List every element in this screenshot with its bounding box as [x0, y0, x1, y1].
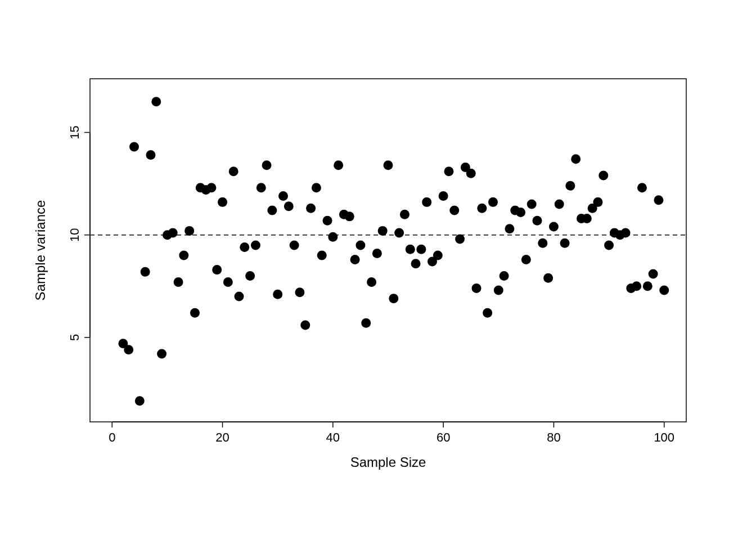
data-point [527, 200, 537, 209]
data-point [604, 240, 614, 250]
y-tick-label: 5 [68, 334, 82, 341]
data-point [262, 160, 272, 170]
y-tick-label: 10 [68, 228, 82, 241]
data-point [190, 308, 200, 318]
data-point [323, 216, 332, 226]
data-point [494, 286, 503, 295]
chart-container: 02040608010051015Sample SizeSample varia… [0, 0, 756, 540]
data-point [422, 197, 431, 207]
data-point [533, 216, 542, 226]
data-point [466, 169, 476, 178]
data-point [649, 269, 658, 278]
data-point [206, 183, 216, 192]
x-tick-label: 100 [654, 430, 674, 444]
data-point [472, 284, 482, 293]
data-point [406, 245, 415, 254]
x-axis-label: Sample Size [350, 454, 426, 470]
data-point [543, 273, 553, 283]
data-point [212, 265, 222, 274]
data-point [565, 181, 575, 191]
data-point [477, 204, 487, 213]
data-point [433, 251, 443, 260]
data-point [582, 214, 592, 223]
data-point [129, 142, 139, 151]
data-point [184, 226, 194, 236]
data-point [229, 166, 238, 176]
scatter-plot: 02040608010051015Sample SizeSample varia… [0, 0, 756, 540]
data-point [267, 205, 277, 215]
data-point [549, 222, 559, 232]
data-point [621, 228, 631, 238]
data-point [124, 345, 133, 354]
data-point [345, 212, 354, 221]
data-point [500, 271, 509, 281]
x-tick-label: 80 [547, 430, 560, 444]
data-point [235, 291, 244, 301]
data-point [251, 240, 260, 250]
data-point [593, 197, 602, 207]
data-point [637, 183, 647, 192]
data-point [146, 150, 155, 160]
data-point [483, 308, 492, 318]
data-point [223, 277, 233, 287]
data-point [521, 255, 531, 264]
data-point [157, 349, 166, 359]
data-point [361, 318, 371, 328]
data-point [654, 195, 663, 205]
data-point [168, 228, 178, 238]
data-point [444, 166, 453, 176]
data-point [174, 277, 183, 287]
data-point [356, 240, 365, 250]
plot-border [90, 79, 686, 422]
data-point [135, 396, 145, 406]
data-point [389, 294, 398, 303]
data-point [560, 238, 570, 248]
x-tick-label: 40 [326, 430, 340, 444]
data-point [449, 205, 459, 215]
y-tick-label: 15 [68, 125, 82, 139]
data-point [334, 160, 343, 170]
data-point [284, 201, 294, 211]
data-point [290, 240, 299, 250]
data-point [555, 200, 564, 209]
data-point [378, 226, 388, 236]
data-point [317, 251, 327, 260]
data-point [367, 277, 376, 287]
data-point [245, 271, 255, 281]
data-point [300, 321, 310, 330]
data-point [328, 232, 338, 242]
data-point [411, 259, 421, 268]
data-point [218, 197, 227, 207]
data-point [141, 267, 150, 277]
data-point [439, 191, 448, 201]
data-point [394, 228, 404, 238]
data-point [632, 281, 641, 291]
data-point [278, 191, 288, 201]
y-axis-label: Sample variance [33, 200, 48, 301]
x-tick-label: 0 [109, 430, 115, 444]
data-point [516, 208, 525, 217]
data-point [372, 249, 382, 258]
data-point [273, 290, 282, 299]
data-point [538, 238, 547, 248]
data-point [256, 183, 266, 192]
x-tick-label: 60 [436, 430, 450, 444]
data-point [659, 286, 669, 295]
data-point [505, 224, 514, 233]
x-tick-label: 20 [215, 430, 229, 444]
data-point [179, 251, 188, 260]
data-point [643, 281, 652, 291]
data-point [306, 204, 316, 213]
data-point [295, 287, 304, 297]
data-point [400, 210, 410, 219]
data-point [416, 245, 426, 254]
data-point [455, 234, 465, 244]
data-point [571, 154, 580, 164]
data-point [598, 171, 608, 181]
data-point [312, 183, 321, 192]
data-point [350, 255, 360, 264]
data-point [384, 160, 393, 170]
data-point [488, 197, 498, 207]
data-point [151, 97, 161, 106]
data-point [240, 242, 249, 252]
